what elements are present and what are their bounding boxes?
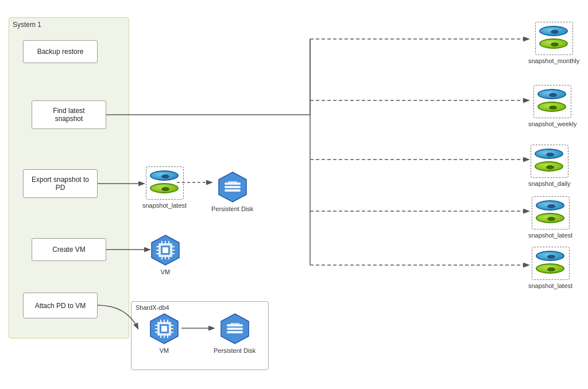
svg-rect-9 bbox=[156, 246, 158, 247]
pd-center: Persistent Disk bbox=[211, 171, 253, 212]
svg-rect-12 bbox=[172, 246, 175, 247]
svg-rect-14 bbox=[172, 253, 175, 254]
svg-rect-3 bbox=[225, 189, 241, 192]
svg-rect-15 bbox=[161, 241, 163, 243]
svg-rect-8 bbox=[163, 247, 168, 253]
shard-label: ShardX-db4 bbox=[136, 304, 169, 311]
svg-rect-33 bbox=[167, 320, 168, 322]
svg-rect-29 bbox=[171, 328, 173, 329]
snapshot-monthly: snapshot_monthly bbox=[528, 22, 579, 64]
proc-backup-restore: Backup restore bbox=[23, 40, 98, 63]
svg-rect-13 bbox=[172, 250, 175, 251]
svg-rect-16 bbox=[165, 241, 166, 243]
svg-rect-32 bbox=[164, 320, 165, 322]
svg-rect-34 bbox=[160, 336, 161, 338]
svg-rect-19 bbox=[165, 257, 166, 259]
svg-rect-41 bbox=[230, 323, 239, 324]
svg-rect-39 bbox=[227, 328, 243, 330]
svg-rect-26 bbox=[155, 328, 157, 329]
svg-rect-28 bbox=[171, 325, 173, 326]
svg-rect-27 bbox=[155, 332, 157, 333]
svg-rect-17 bbox=[168, 241, 169, 243]
diagram: System 1 Backup restore Find latestsnaps… bbox=[0, 0, 588, 389]
pd-shard: Persistent Disk bbox=[214, 313, 256, 354]
svg-rect-35 bbox=[164, 336, 165, 338]
svg-rect-4 bbox=[228, 181, 237, 182]
svg-rect-18 bbox=[161, 257, 163, 259]
proc-attach-pd: Attach PD to VM bbox=[23, 293, 98, 318]
svg-rect-10 bbox=[156, 250, 158, 251]
svg-rect-20 bbox=[168, 257, 169, 259]
proc-find-latest: Find latestsnapshot bbox=[32, 100, 106, 129]
svg-rect-40 bbox=[227, 331, 243, 333]
system-label: System 1 bbox=[13, 21, 41, 29]
svg-rect-30 bbox=[171, 332, 173, 333]
svg-rect-24 bbox=[161, 326, 167, 332]
svg-rect-25 bbox=[155, 325, 157, 326]
vm-center: VM bbox=[149, 234, 181, 275]
svg-rect-11 bbox=[156, 253, 158, 254]
vm-shard: VM bbox=[148, 313, 180, 354]
svg-rect-36 bbox=[167, 336, 168, 338]
snapshot-daily: snapshot_daily bbox=[528, 145, 570, 187]
svg-rect-1 bbox=[225, 182, 241, 185]
svg-rect-31 bbox=[160, 320, 161, 322]
snapshot-weekly: snapshot_weekly bbox=[528, 85, 577, 127]
svg-rect-38 bbox=[227, 324, 243, 326]
snapshot-latest-right2: snapshot_latest bbox=[528, 247, 572, 289]
snapshot-latest-right1: snapshot_latest bbox=[528, 196, 572, 239]
proc-export-snapshot: Export snapshot toPD bbox=[23, 169, 98, 198]
proc-create-vm: Create VM bbox=[32, 238, 106, 261]
snapshot-latest-center: snapshot_latest bbox=[142, 166, 187, 209]
svg-rect-2 bbox=[225, 186, 241, 188]
